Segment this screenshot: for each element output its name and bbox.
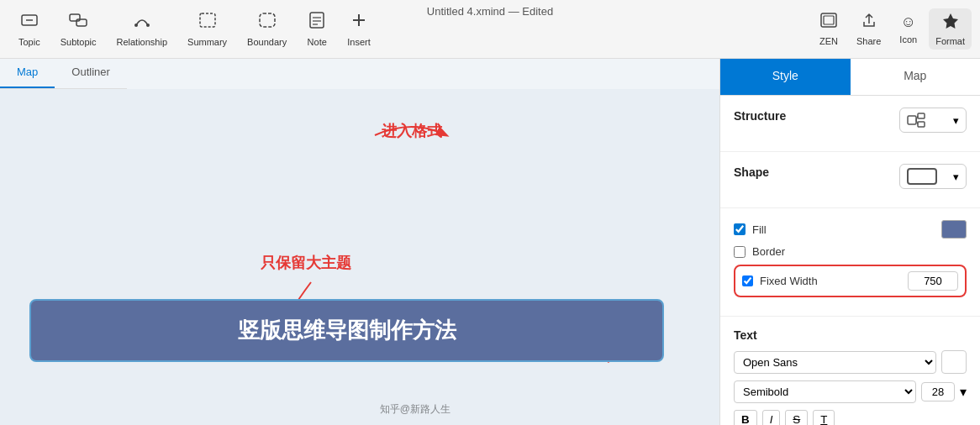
strikethrough-btn[interactable]: S (785, 410, 808, 425)
toolbar-relationship-label: Relationship (117, 37, 168, 47)
svg-rect-20 (918, 122, 925, 127)
zen-btn[interactable]: ZEN (813, 8, 845, 50)
watermark: 知乎@新路人生 (380, 402, 450, 417)
shape-preview (907, 168, 937, 185)
bold-btn[interactable]: B (734, 410, 757, 425)
svg-rect-18 (908, 116, 916, 124)
font-size-box (941, 350, 967, 374)
underline-btn[interactable]: T (813, 410, 835, 425)
topic-text: 竖版思维导图制作方法 (238, 316, 456, 345)
structure-dropdown[interactable]: ▾ (899, 108, 967, 133)
share-label: Share (856, 36, 881, 46)
toolbar-insert[interactable]: Insert (337, 0, 381, 58)
toolbar-subtopic[interactable]: Subtopic (50, 0, 107, 58)
toolbar-note[interactable]: Note (297, 0, 337, 58)
smiley-icon: ☺ (901, 13, 916, 31)
border-label: Border (752, 245, 785, 258)
insert-icon (349, 11, 369, 34)
font-size-input[interactable] (921, 382, 955, 401)
svg-rect-3 (76, 19, 87, 26)
chevron-down-icon2: ▾ (953, 171, 959, 183)
outliner-tab[interactable]: Outliner (55, 59, 127, 88)
format-label: Format (935, 36, 965, 46)
toolbar: Untitled 4.xmind — Edited Topic Subtopic… (0, 0, 980, 59)
font-family-select[interactable]: Open Sans (734, 351, 936, 374)
fill-checkbox[interactable] (734, 223, 746, 235)
svg-rect-7 (260, 13, 275, 27)
fixed-width-row: Fixed Width (734, 265, 967, 297)
svg-rect-15 (824, 16, 834, 24)
svg-point-4 (134, 24, 138, 27)
canvas: 进入格式 只保留大主题 设置边框大小 竖版思维导图制作方法 知乎@新路人生 (0, 89, 719, 425)
relationship-icon (132, 11, 152, 34)
map-panel-tab[interactable]: Map (851, 59, 981, 95)
structure-icon (907, 112, 934, 129)
toolbar-topic-label: Topic (18, 37, 40, 47)
main-topic[interactable]: 竖版思维导图制作方法 (29, 299, 664, 362)
structure-section: Structure ▾ (720, 96, 980, 152)
fixed-width-input[interactable] (908, 271, 958, 291)
toolbar-relationship[interactable]: Relationship (107, 0, 178, 58)
format-icon (941, 12, 960, 33)
share-btn[interactable]: Share (850, 8, 888, 50)
icon-label: Icon (899, 34, 917, 45)
shape-row: Shape ▾ (734, 164, 967, 189)
svg-point-5 (146, 24, 150, 27)
nav-tabs: Topic Subtopic Relationship Summary (0, 0, 381, 58)
annotation-enter-format: 进入格式 (382, 121, 442, 141)
view-tabs: Map Outliner (0, 59, 127, 89)
text-style-row: B I S T (734, 410, 967, 425)
svg-rect-8 (310, 13, 324, 28)
svg-rect-2 (70, 14, 80, 21)
toolbar-summary-label: Summary (187, 37, 227, 47)
toolbar-boundary[interactable]: Boundary (237, 0, 297, 58)
fill-row: Fill (734, 220, 967, 239)
border-checkbox[interactable] (734, 246, 746, 258)
border-row: Border (734, 245, 967, 258)
toolbar-note-label: Note (308, 37, 327, 47)
note-icon (307, 11, 327, 34)
icon-btn[interactable]: ☺ Icon (893, 10, 924, 48)
toolbar-topic[interactable]: Topic (8, 0, 50, 58)
app-title: Untitled 4.xmind — Edited (427, 5, 553, 18)
text-label: Text (734, 328, 967, 342)
structure-label: Structure (734, 109, 786, 123)
svg-marker-16 (943, 13, 958, 29)
font-weight-select[interactable]: Semibold (734, 380, 916, 403)
style-tab[interactable]: Style (720, 59, 851, 95)
fixed-width-checkbox[interactable] (742, 275, 753, 286)
zen-label: ZEN (819, 36, 838, 46)
shape-label: Shape (734, 165, 769, 179)
right-panel: Style Map Structure ▾ Shape ▾ (719, 59, 980, 425)
shape-section: Shape ▾ (720, 152, 980, 208)
shape-dropdown[interactable]: ▾ (899, 164, 967, 189)
boundary-icon (257, 11, 277, 34)
panel-tabs: Style Map (720, 59, 980, 96)
zen-icon (819, 12, 838, 33)
fill-color-swatch[interactable] (941, 220, 967, 239)
share-icon (860, 12, 878, 33)
fill-border-section: Fill Border Fixed Width (720, 208, 980, 317)
font-weight-row: Semibold ▾ (734, 380, 967, 403)
svg-rect-19 (918, 113, 925, 118)
summary-icon (198, 11, 218, 34)
chevron-down-icon3: ▾ (960, 384, 967, 400)
toolbar-right: ZEN Share ☺ Icon Format (813, 8, 980, 50)
svg-rect-6 (200, 13, 215, 27)
italic-btn[interactable]: I (762, 410, 781, 425)
chevron-down-icon: ▾ (953, 114, 959, 127)
toolbar-summary[interactable]: Summary (177, 0, 237, 58)
toolbar-insert-label: Insert (347, 37, 371, 47)
subtopic-icon (68, 11, 88, 34)
font-family-row: Open Sans (734, 350, 967, 374)
fixed-width-label: Fixed Width (760, 275, 818, 287)
format-btn[interactable]: Format (929, 8, 972, 50)
annotation-keep-main: 只保留大主题 (261, 253, 351, 273)
toolbar-subtopic-label: Subtopic (61, 37, 97, 47)
text-section: Text Open Sans Semibold ▾ B I S T (720, 317, 980, 425)
fill-label: Fill (752, 223, 767, 236)
structure-row: Structure ▾ (734, 108, 967, 133)
topic-icon (19, 11, 40, 34)
map-tab[interactable]: Map (0, 59, 55, 88)
toolbar-boundary-label: Boundary (247, 37, 287, 47)
